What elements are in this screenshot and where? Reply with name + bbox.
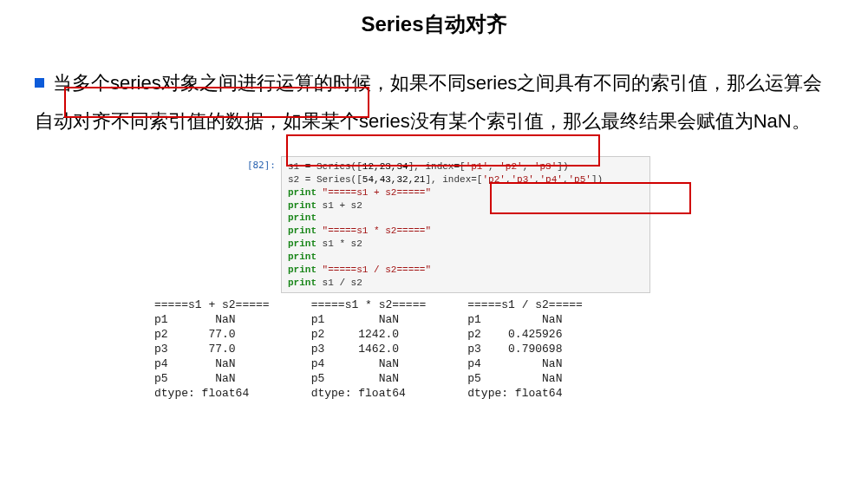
main-paragraph: 当多个series对象之间进行运算的时候，如果不同series之间具有不同的索引…	[35, 64, 833, 140]
code-text: "=====s1 / s2====="	[317, 265, 431, 275]
code-text: 'p4'	[540, 174, 563, 185]
code-text: 'p2'	[482, 174, 505, 185]
print-keyword: print	[288, 238, 317, 249]
code-text: 'p2'	[499, 161, 522, 172]
code-text: s1 = Series([	[288, 161, 362, 172]
code-text: ,	[563, 174, 569, 185]
code-text: ,	[523, 161, 534, 172]
code-text: "=====s1 * s2====="	[317, 225, 431, 236]
cell-prompt: [82]:	[243, 156, 276, 293]
output-col-2: =====s1 * s2===== p1 NaN p2 1242.0 p3 14…	[311, 298, 427, 401]
output-col-3: =====s1 / s2===== p1 NaN p2 0.425926 p3 …	[467, 298, 583, 401]
code-text: s1 / s2	[317, 278, 362, 288]
code-text: s2 = Series([	[288, 174, 362, 185]
print-keyword: print	[288, 278, 317, 288]
code-text: ])	[557, 161, 568, 172]
output-col-1: =====s1 + s2===== p1 NaN p2 77.0 p3 77.0…	[154, 298, 270, 401]
code-text: ,	[534, 174, 540, 185]
code-block: s1 = Series([12,23,34], index=['p1', 'p2…	[281, 156, 650, 293]
print-keyword: print	[288, 225, 317, 236]
print-keyword: print	[288, 200, 317, 211]
code-text: s1 + s2	[317, 200, 362, 211]
print-keyword: print	[288, 265, 317, 275]
code-text: ], index=[	[425, 174, 482, 185]
code-text: ])	[591, 174, 603, 185]
code-text: s1 * s2	[317, 238, 362, 249]
print-keyword: print	[288, 252, 317, 262]
page-title: Series自动对齐	[0, 10, 868, 38]
bullet-icon	[35, 78, 44, 88]
code-text: ], index=[	[408, 161, 466, 172]
code-text: 'p3'	[534, 161, 557, 172]
paragraph-text: 当多个series对象之间进行运算的时候，如果不同series之间具有不同的索引…	[35, 72, 822, 132]
print-keyword: print	[288, 187, 317, 198]
code-text: 'p1'	[466, 161, 488, 172]
code-text: 'p3'	[511, 174, 533, 185]
code-text: 'p5'	[569, 174, 591, 185]
code-text: ,	[488, 161, 499, 172]
output-area: =====s1 + s2===== p1 NaN p2 77.0 p3 77.0…	[154, 298, 868, 401]
code-text: 54,43,32,21	[362, 174, 426, 185]
code-cell: [82]: s1 = Series([12,23,34], index=['p1…	[243, 156, 650, 293]
code-text: "=====s1 + s2====="	[317, 187, 431, 198]
code-text: 12,23,34	[362, 161, 408, 172]
print-keyword: print	[288, 212, 317, 223]
